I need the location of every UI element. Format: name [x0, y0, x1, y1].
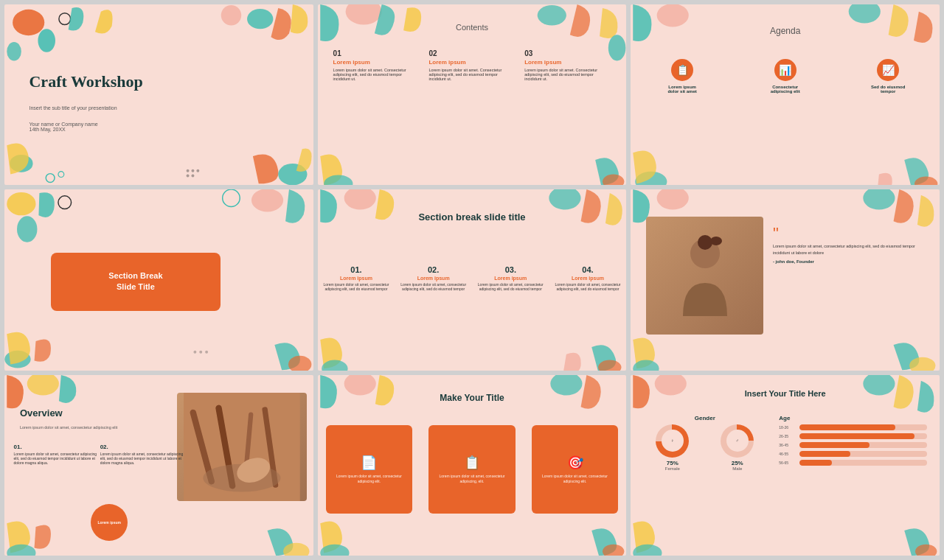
- slide-5-col-3: 03. Lorem ipsum Lorem ipsum dolor sit am…: [476, 265, 544, 291]
- slide-6-quote-mark: ": [773, 225, 927, 242]
- slide-9-female-circle: ♀ 75% Female: [656, 424, 689, 471]
- slide-6-person-image: [646, 217, 763, 334]
- agenda-label-2: Consecteturadipiscing elit: [739, 85, 832, 94]
- age-bar-fill: [799, 433, 914, 439]
- slide-2-heading: Contents: [318, 23, 627, 32]
- svg-point-39: [864, 189, 895, 209]
- slide-9-female-donut: ♀: [656, 424, 689, 458]
- svg-point-56: [550, 375, 582, 395]
- svg-point-26: [58, 196, 72, 209]
- age-bar-fill: [799, 460, 831, 466]
- slide-4-section-title: Section BreakSlide Title: [105, 267, 166, 297]
- slide-9-gender-section: Gender ♀ 75% Female ♂ 25% Male: [640, 415, 770, 471]
- svg-point-10: [187, 169, 190, 172]
- person-silhouette: [676, 235, 735, 316]
- agenda-item-3: 📈 Sed do eiusmodtempor: [841, 59, 934, 94]
- svg-point-20: [657, 4, 689, 27]
- slide-2-col2-num: 02: [428, 49, 515, 57]
- slide-7-item1-num: 01.: [14, 444, 97, 450]
- slide-2-col1-head: Lorem ipsum: [333, 59, 420, 66]
- slide-7-photo: [177, 393, 307, 501]
- slide-2-col2-body: Lorem ipsum dolor sit amet. Consectetur …: [428, 68, 515, 81]
- slide-6-photo: [646, 217, 763, 334]
- slide-8-card-2: 📋 Lorem ipsum dolor sit amet, consectetu…: [428, 425, 515, 514]
- slide-5-col-4: 04. Lorem ipsum Lorem ipsum dolor sit am…: [554, 265, 622, 291]
- slide-9-heading-bold: Title Here: [789, 389, 826, 398]
- slide-7-two-cols: 01. Lorem ipsum dolor sit amet, consecte…: [14, 444, 184, 465]
- age-bar-track: [799, 451, 927, 457]
- agenda-item-1: 📋 Lorem ipsumdolor sit amet: [636, 59, 729, 94]
- svg-point-3: [59, 13, 71, 25]
- slide-5-col2-body: Lorem ipsum dolor sit amet, consectetur …: [400, 282, 468, 291]
- age-bar-label: 36-45: [779, 443, 799, 447]
- slide-7-badge-text: Lorem ipsum: [98, 520, 121, 525]
- agenda-icon-2: 📊: [774, 59, 796, 81]
- age-bar-track: [799, 433, 927, 439]
- slide-2-col-1: 01 Lorem ipsum Lorem ipsum dolor sit ame…: [333, 49, 420, 81]
- slide-1-decorations: [4, 4, 313, 185]
- slide-9-gender-label: Gender: [640, 415, 770, 421]
- slide-9-male-circle: ♂ 25% Male: [721, 424, 754, 471]
- slide-2-contents: Contents 01 Lorem ipsum Lorem ipsum dolo…: [318, 4, 627, 185]
- slide-7-subtitle: Lorem ipsum dolor sit amet, consectetur …: [20, 425, 117, 430]
- slide-5-col-1: 01. Lorem ipsum Lorem ipsum dolor sit am…: [322, 265, 390, 291]
- svg-point-31: [193, 351, 196, 354]
- slide-1-subtitle: Insert the sub title of your presentatio…: [29, 105, 117, 111]
- svg-point-35: [549, 189, 580, 209]
- slide-2-col-2: 02 Lorem ipsum Lorem ipsum dolor sit ame…: [428, 49, 515, 81]
- age-bar-row: 56-65: [779, 460, 927, 466]
- slide-5-col4-body: Lorem ipsum dolor sit amet, consectetur …: [554, 282, 622, 291]
- slide-5-col1-num: 01.: [322, 265, 390, 274]
- svg-point-33: [205, 351, 208, 354]
- slide-3-agenda-icons: 📋 Lorem ipsumdolor sit amet 📊 Consectetu…: [631, 59, 940, 94]
- slide-7-item1-text: Lorem ipsum dolor sit amet, consectetur …: [14, 452, 97, 465]
- svg-point-32: [199, 351, 202, 354]
- age-bar-track: [799, 442, 927, 448]
- agenda-item-2: 📊 Consecteturadipiscing elit: [739, 59, 832, 94]
- svg-point-24: [7, 192, 35, 215]
- age-bar-label: 46-55: [779, 452, 799, 456]
- age-bar-row: 26-35: [779, 433, 927, 439]
- slide-5-col1-body: Lorem ipsum dolor sit amet, consectetur …: [322, 282, 390, 291]
- svg-point-1: [38, 29, 55, 52]
- slide-2-decorations: [318, 4, 627, 185]
- slide-6-quote-section: " Lorem ipsum dolor sit amet, consectetu…: [773, 225, 927, 264]
- slide-8-card2-icon: 📋: [464, 455, 480, 471]
- slide-8-card1-text: Lorem ipsum dolor sit amet, consectetur …: [330, 474, 408, 484]
- slide-9-female-pct: 75%: [656, 460, 689, 466]
- slide-5-col2-num: 02.: [400, 265, 468, 274]
- slide-9-age-label: Age: [779, 415, 927, 421]
- slide-8-heading-bold: Title: [486, 393, 504, 403]
- age-bar-row: 36-45: [779, 442, 927, 448]
- age-bar-row: 46-55: [779, 451, 927, 457]
- slide-9-male-label: Male: [721, 466, 754, 471]
- svg-point-12: [196, 169, 199, 172]
- slide-9-heading: Insert Your Title Here: [631, 389, 940, 398]
- slide-3-heading: Agenda: [631, 26, 940, 36]
- slide-2-col3-num: 03: [524, 49, 611, 57]
- slide-5-col3-body: Lorem ipsum dolor sit amet, consectetur …: [476, 282, 544, 291]
- slide-5-col2-lbl: Lorem ipsum: [400, 276, 468, 281]
- slide-6-testimonial: " Lorem ipsum dolor sit amet, consectetu…: [631, 189, 940, 370]
- slide-1-author-name: Your name or Company name: [29, 122, 97, 127]
- slide-2-col3-body: Lorem ipsum dolor sit amet. Consectetur …: [524, 68, 611, 81]
- slide-5-col1-lbl: Lorem ipsum: [322, 276, 390, 281]
- agenda-icon-1: 📋: [671, 59, 693, 81]
- svg-point-13: [187, 175, 190, 178]
- slide-9-age-bars: 18-2626-3536-4546-5556-65: [779, 424, 927, 466]
- slide-1-date: 14th May, 20XX: [29, 127, 97, 132]
- slide-8-card3-text: Lorem ipsum dolor sit amet, consectetur …: [536, 474, 614, 484]
- slide-2-col-3: 03 Lorem ipsum Lorem ipsum dolor sit ame…: [524, 49, 611, 81]
- slide-8-make-title: Make Your Title 📄 Lorem ipsum dolor sit …: [318, 375, 627, 556]
- svg-point-0: [13, 10, 44, 35]
- age-bar-track: [799, 460, 927, 466]
- svg-point-34: [344, 189, 375, 209]
- age-bar-row: 18-26: [779, 424, 927, 430]
- slide-9-infographic: Insert Your Title Here Gender ♀ 75% Fema…: [631, 375, 940, 556]
- slide-1-author: Your name or Company name 14th May, 20XX: [29, 122, 97, 132]
- svg-point-4: [247, 9, 273, 29]
- slide-8-card1-icon: 📄: [361, 455, 377, 471]
- slide-7-item-1: 01. Lorem ipsum dolor sit amet, consecte…: [14, 444, 97, 465]
- svg-point-38: [657, 189, 689, 209]
- slide-5-col3-lbl: Lorem ipsum: [476, 276, 544, 281]
